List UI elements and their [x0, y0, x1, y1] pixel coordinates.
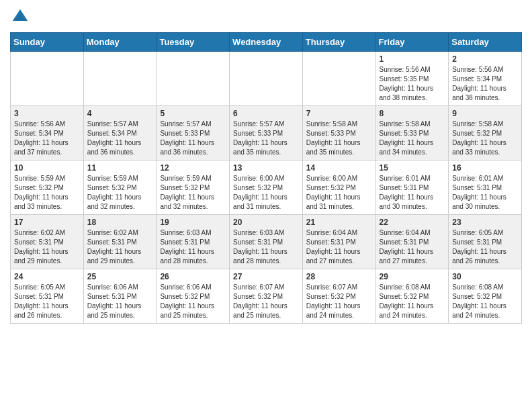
calendar-cell: 12Sunrise: 5:59 AM Sunset: 5:32 PM Dayli… — [157, 161, 230, 215]
day-info: Sunrise: 6:03 AM Sunset: 5:31 PM Dayligh… — [160, 228, 226, 266]
calendar-cell: 3Sunrise: 5:56 AM Sunset: 5:34 PM Daylig… — [11, 106, 84, 161]
day-info: Sunrise: 6:02 AM Sunset: 5:31 PM Dayligh… — [14, 228, 80, 266]
day-number: 18 — [87, 218, 153, 227]
calendar-cell: 9Sunrise: 5:58 AM Sunset: 5:32 PM Daylig… — [449, 106, 522, 161]
calendar-cell: 23Sunrise: 6:05 AM Sunset: 5:31 PM Dayli… — [449, 215, 522, 269]
day-info: Sunrise: 5:56 AM Sunset: 5:34 PM Dayligh… — [452, 65, 518, 103]
day-number: 28 — [306, 272, 372, 281]
day-info: Sunrise: 6:00 AM Sunset: 5:32 PM Dayligh… — [233, 174, 299, 212]
calendar-cell: 18Sunrise: 6:02 AM Sunset: 5:31 PM Dayli… — [83, 215, 157, 269]
calendar-cell: 26Sunrise: 6:06 AM Sunset: 5:32 PM Dayli… — [157, 269, 230, 324]
calendar-cell — [302, 52, 375, 106]
day-info: Sunrise: 6:08 AM Sunset: 5:32 PM Dayligh… — [380, 283, 445, 320]
calendar-cell: 10Sunrise: 5:59 AM Sunset: 5:32 PM Dayli… — [11, 161, 84, 215]
day-number: 7 — [306, 109, 372, 118]
calendar-cell: 11Sunrise: 5:59 AM Sunset: 5:32 PM Dayli… — [83, 161, 157, 215]
day-info: Sunrise: 6:06 AM Sunset: 5:31 PM Dayligh… — [87, 283, 153, 320]
calendar-cell: 8Sunrise: 5:58 AM Sunset: 5:33 PM Daylig… — [375, 106, 449, 161]
day-number: 27 — [233, 272, 299, 281]
day-number: 8 — [380, 109, 445, 118]
calendar-week-4: 17Sunrise: 6:02 AM Sunset: 5:31 PM Dayli… — [11, 215, 522, 269]
day-number: 21 — [306, 218, 372, 227]
calendar-week-3: 10Sunrise: 5:59 AM Sunset: 5:32 PM Dayli… — [11, 161, 522, 215]
weekday-header-friday: Friday — [375, 33, 449, 52]
calendar-cell: 2Sunrise: 5:56 AM Sunset: 5:34 PM Daylig… — [449, 52, 522, 106]
weekday-header-wednesday: Wednesday — [230, 33, 303, 52]
calendar-cell: 14Sunrise: 6:00 AM Sunset: 5:32 PM Dayli… — [302, 161, 375, 215]
calendar-cell — [230, 52, 303, 106]
header — [10, 7, 522, 27]
day-info: Sunrise: 5:56 AM Sunset: 5:34 PM Dayligh… — [14, 120, 80, 157]
calendar-cell: 17Sunrise: 6:02 AM Sunset: 5:31 PM Dayli… — [11, 215, 84, 269]
day-info: Sunrise: 5:59 AM Sunset: 5:32 PM Dayligh… — [160, 174, 226, 212]
calendar-cell: 19Sunrise: 6:03 AM Sunset: 5:31 PM Dayli… — [157, 215, 230, 269]
calendar-cell: 16Sunrise: 6:01 AM Sunset: 5:31 PM Dayli… — [449, 161, 522, 215]
day-info: Sunrise: 5:58 AM Sunset: 5:33 PM Dayligh… — [306, 120, 372, 157]
day-info: Sunrise: 5:58 AM Sunset: 5:33 PM Dayligh… — [380, 120, 445, 157]
day-number: 26 — [160, 272, 226, 281]
calendar-cell: 27Sunrise: 6:07 AM Sunset: 5:32 PM Dayli… — [230, 269, 303, 324]
calendar-cell: 24Sunrise: 6:05 AM Sunset: 5:31 PM Dayli… — [11, 269, 84, 324]
day-number: 13 — [233, 163, 299, 173]
day-number: 10 — [14, 163, 80, 173]
calendar-cell — [11, 52, 84, 106]
calendar-cell: 6Sunrise: 5:57 AM Sunset: 5:33 PM Daylig… — [230, 106, 303, 161]
day-number: 19 — [160, 218, 226, 227]
calendar-cell: 20Sunrise: 6:03 AM Sunset: 5:31 PM Dayli… — [230, 215, 303, 269]
weekday-header-sunday: Sunday — [11, 33, 84, 52]
day-info: Sunrise: 6:07 AM Sunset: 5:32 PM Dayligh… — [306, 283, 372, 320]
calendar-cell: 30Sunrise: 6:08 AM Sunset: 5:32 PM Dayli… — [449, 269, 522, 324]
day-info: Sunrise: 5:59 AM Sunset: 5:32 PM Dayligh… — [14, 174, 80, 212]
day-info: Sunrise: 5:57 AM Sunset: 5:33 PM Dayligh… — [160, 120, 226, 157]
calendar-cell — [157, 52, 230, 106]
calendar-cell: 13Sunrise: 6:00 AM Sunset: 5:32 PM Dayli… — [230, 161, 303, 215]
calendar-cell: 15Sunrise: 6:01 AM Sunset: 5:31 PM Dayli… — [375, 161, 449, 215]
calendar-cell: 22Sunrise: 6:04 AM Sunset: 5:31 PM Dayli… — [375, 215, 449, 269]
logo-icon — [10, 7, 30, 27]
day-number: 11 — [87, 163, 153, 173]
calendar-cell — [83, 52, 157, 106]
day-info: Sunrise: 6:01 AM Sunset: 5:31 PM Dayligh… — [380, 174, 445, 212]
calendar-cell: 7Sunrise: 5:58 AM Sunset: 5:33 PM Daylig… — [302, 106, 375, 161]
day-info: Sunrise: 6:05 AM Sunset: 5:31 PM Dayligh… — [14, 283, 80, 320]
calendar-week-1: 1Sunrise: 5:56 AM Sunset: 5:35 PM Daylig… — [11, 52, 522, 106]
day-number: 3 — [14, 109, 80, 118]
calendar-week-5: 24Sunrise: 6:05 AM Sunset: 5:31 PM Dayli… — [11, 269, 522, 324]
day-info: Sunrise: 5:57 AM Sunset: 5:34 PM Dayligh… — [87, 120, 153, 157]
day-number: 6 — [233, 109, 299, 118]
day-number: 14 — [306, 163, 372, 173]
calendar-cell: 25Sunrise: 6:06 AM Sunset: 5:31 PM Dayli… — [83, 269, 157, 324]
weekday-header-monday: Monday — [83, 33, 157, 52]
calendar-cell: 4Sunrise: 5:57 AM Sunset: 5:34 PM Daylig… — [83, 106, 157, 161]
day-info: Sunrise: 6:00 AM Sunset: 5:32 PM Dayligh… — [306, 174, 372, 212]
calendar-week-2: 3Sunrise: 5:56 AM Sunset: 5:34 PM Daylig… — [11, 106, 522, 161]
page: SundayMondayTuesdayWednesdayThursdayFrid… — [0, 0, 532, 334]
day-info: Sunrise: 6:03 AM Sunset: 5:31 PM Dayligh… — [233, 228, 299, 266]
day-number: 23 — [452, 218, 518, 227]
day-info: Sunrise: 5:57 AM Sunset: 5:33 PM Dayligh… — [233, 120, 299, 157]
weekday-header-saturday: Saturday — [449, 33, 522, 52]
weekday-header-tuesday: Tuesday — [157, 33, 230, 52]
day-info: Sunrise: 6:01 AM Sunset: 5:31 PM Dayligh… — [452, 174, 518, 212]
day-info: Sunrise: 6:07 AM Sunset: 5:32 PM Dayligh… — [233, 283, 299, 320]
day-info: Sunrise: 6:06 AM Sunset: 5:32 PM Dayligh… — [160, 283, 226, 320]
weekday-header-row: SundayMondayTuesdayWednesdayThursdayFrid… — [11, 33, 522, 52]
day-info: Sunrise: 5:56 AM Sunset: 5:35 PM Dayligh… — [380, 65, 445, 103]
calendar-cell: 29Sunrise: 6:08 AM Sunset: 5:32 PM Dayli… — [375, 269, 449, 324]
day-number: 2 — [452, 54, 518, 64]
day-number: 1 — [380, 54, 445, 64]
calendar-cell: 21Sunrise: 6:04 AM Sunset: 5:31 PM Dayli… — [302, 215, 375, 269]
day-number: 15 — [380, 163, 445, 173]
logo — [10, 7, 33, 27]
day-info: Sunrise: 5:58 AM Sunset: 5:32 PM Dayligh… — [452, 120, 518, 157]
day-info: Sunrise: 6:08 AM Sunset: 5:32 PM Dayligh… — [452, 283, 518, 320]
day-number: 9 — [452, 109, 518, 118]
day-info: Sunrise: 6:04 AM Sunset: 5:31 PM Dayligh… — [306, 228, 372, 266]
calendar-cell: 5Sunrise: 5:57 AM Sunset: 5:33 PM Daylig… — [157, 106, 230, 161]
day-info: Sunrise: 6:05 AM Sunset: 5:31 PM Dayligh… — [452, 228, 518, 266]
day-number: 5 — [160, 109, 226, 118]
day-number: 12 — [160, 163, 226, 173]
day-number: 20 — [233, 218, 299, 227]
calendar-cell: 28Sunrise: 6:07 AM Sunset: 5:32 PM Dayli… — [302, 269, 375, 324]
day-number: 17 — [14, 218, 80, 227]
